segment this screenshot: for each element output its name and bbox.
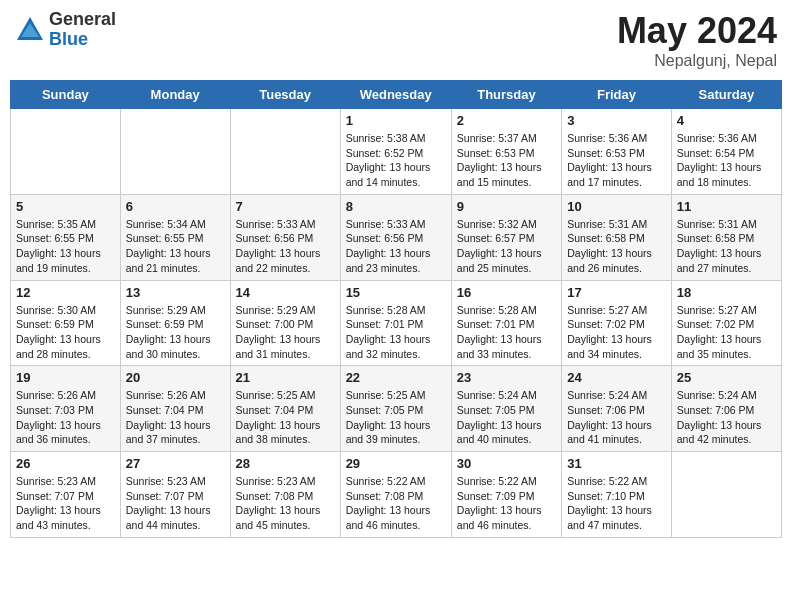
calendar-cell-day-29: 29Sunrise: 5:22 AMSunset: 7:08 PMDayligh… (340, 452, 451, 538)
cell-line: Sunrise: 5:35 AM (16, 217, 115, 232)
cell-content: Sunrise: 5:32 AMSunset: 6:57 PMDaylight:… (457, 217, 556, 276)
day-number: 19 (16, 370, 115, 385)
cell-line: Daylight: 13 hours and 35 minutes. (677, 332, 776, 361)
calendar-week-2: 5Sunrise: 5:35 AMSunset: 6:55 PMDaylight… (11, 194, 782, 280)
cell-line: Daylight: 13 hours and 30 minutes. (126, 332, 225, 361)
day-header-wednesday: Wednesday (340, 81, 451, 109)
day-number: 4 (677, 113, 776, 128)
cell-line: Sunset: 6:58 PM (567, 231, 666, 246)
day-header-sunday: Sunday (11, 81, 121, 109)
cell-content: Sunrise: 5:29 AMSunset: 7:00 PMDaylight:… (236, 303, 335, 362)
cell-line: Sunset: 7:04 PM (236, 403, 335, 418)
cell-line: Sunrise: 5:23 AM (16, 474, 115, 489)
cell-line: Daylight: 13 hours and 14 minutes. (346, 160, 446, 189)
cell-line: Sunset: 6:54 PM (677, 146, 776, 161)
day-number: 20 (126, 370, 225, 385)
cell-content: Sunrise: 5:37 AMSunset: 6:53 PMDaylight:… (457, 131, 556, 190)
logo-general: General (49, 10, 116, 30)
calendar-cell-day-19: 19Sunrise: 5:26 AMSunset: 7:03 PMDayligh… (11, 366, 121, 452)
page-header: General Blue May 2024 Nepalgunj, Nepal (10, 10, 782, 70)
cell-line: Sunrise: 5:33 AM (346, 217, 446, 232)
cell-line: Sunrise: 5:28 AM (346, 303, 446, 318)
day-number: 25 (677, 370, 776, 385)
day-number: 28 (236, 456, 335, 471)
cell-line: Daylight: 13 hours and 28 minutes. (16, 332, 115, 361)
day-number: 9 (457, 199, 556, 214)
cell-content: Sunrise: 5:26 AMSunset: 7:03 PMDaylight:… (16, 388, 115, 447)
cell-content: Sunrise: 5:29 AMSunset: 6:59 PMDaylight:… (126, 303, 225, 362)
calendar-cell-day-5: 5Sunrise: 5:35 AMSunset: 6:55 PMDaylight… (11, 194, 121, 280)
cell-line: Sunset: 7:07 PM (126, 489, 225, 504)
cell-line: Sunrise: 5:24 AM (567, 388, 666, 403)
calendar-cell-empty (11, 109, 121, 195)
cell-content: Sunrise: 5:28 AMSunset: 7:01 PMDaylight:… (346, 303, 446, 362)
cell-line: Sunrise: 5:36 AM (567, 131, 666, 146)
cell-line: Daylight: 13 hours and 37 minutes. (126, 418, 225, 447)
day-number: 1 (346, 113, 446, 128)
cell-line: Daylight: 13 hours and 19 minutes. (16, 246, 115, 275)
day-number: 15 (346, 285, 446, 300)
cell-content: Sunrise: 5:38 AMSunset: 6:52 PMDaylight:… (346, 131, 446, 190)
day-number: 27 (126, 456, 225, 471)
cell-line: Sunset: 7:08 PM (346, 489, 446, 504)
cell-line: Daylight: 13 hours and 31 minutes. (236, 332, 335, 361)
cell-line: Sunset: 6:58 PM (677, 231, 776, 246)
calendar-cell-day-21: 21Sunrise: 5:25 AMSunset: 7:04 PMDayligh… (230, 366, 340, 452)
cell-line: Sunrise: 5:31 AM (567, 217, 666, 232)
cell-content: Sunrise: 5:27 AMSunset: 7:02 PMDaylight:… (677, 303, 776, 362)
cell-line: Sunrise: 5:22 AM (567, 474, 666, 489)
day-number: 21 (236, 370, 335, 385)
cell-line: Sunrise: 5:22 AM (346, 474, 446, 489)
cell-content: Sunrise: 5:24 AMSunset: 7:06 PMDaylight:… (567, 388, 666, 447)
cell-line: Daylight: 13 hours and 42 minutes. (677, 418, 776, 447)
day-number: 11 (677, 199, 776, 214)
cell-content: Sunrise: 5:36 AMSunset: 6:53 PMDaylight:… (567, 131, 666, 190)
day-number: 13 (126, 285, 225, 300)
day-number: 26 (16, 456, 115, 471)
cell-line: Daylight: 13 hours and 47 minutes. (567, 503, 666, 532)
location-subtitle: Nepalgunj, Nepal (617, 52, 777, 70)
logo-text: General Blue (49, 10, 116, 50)
cell-line: Daylight: 13 hours and 33 minutes. (457, 332, 556, 361)
cell-line: Sunrise: 5:23 AM (126, 474, 225, 489)
title-block: May 2024 Nepalgunj, Nepal (617, 10, 777, 70)
cell-line: Sunset: 7:09 PM (457, 489, 556, 504)
day-number: 3 (567, 113, 666, 128)
calendar-cell-day-18: 18Sunrise: 5:27 AMSunset: 7:02 PMDayligh… (671, 280, 781, 366)
cell-line: Daylight: 13 hours and 41 minutes. (567, 418, 666, 447)
day-number: 29 (346, 456, 446, 471)
cell-content: Sunrise: 5:35 AMSunset: 6:55 PMDaylight:… (16, 217, 115, 276)
calendar-cell-day-10: 10Sunrise: 5:31 AMSunset: 6:58 PMDayligh… (562, 194, 672, 280)
day-number: 18 (677, 285, 776, 300)
calendar-cell-day-23: 23Sunrise: 5:24 AMSunset: 7:05 PMDayligh… (451, 366, 561, 452)
cell-line: Daylight: 13 hours and 44 minutes. (126, 503, 225, 532)
calendar-week-1: 1Sunrise: 5:38 AMSunset: 6:52 PMDaylight… (11, 109, 782, 195)
cell-line: Daylight: 13 hours and 45 minutes. (236, 503, 335, 532)
day-number: 31 (567, 456, 666, 471)
cell-content: Sunrise: 5:24 AMSunset: 7:05 PMDaylight:… (457, 388, 556, 447)
calendar-week-4: 19Sunrise: 5:26 AMSunset: 7:03 PMDayligh… (11, 366, 782, 452)
cell-content: Sunrise: 5:36 AMSunset: 6:54 PMDaylight:… (677, 131, 776, 190)
cell-line: Sunrise: 5:25 AM (346, 388, 446, 403)
calendar-cell-empty (671, 452, 781, 538)
cell-content: Sunrise: 5:33 AMSunset: 6:56 PMDaylight:… (346, 217, 446, 276)
day-header-monday: Monday (120, 81, 230, 109)
cell-line: Daylight: 13 hours and 17 minutes. (567, 160, 666, 189)
cell-line: Sunrise: 5:32 AM (457, 217, 556, 232)
calendar-cell-empty (230, 109, 340, 195)
cell-line: Sunset: 7:02 PM (677, 317, 776, 332)
cell-line: Daylight: 13 hours and 18 minutes. (677, 160, 776, 189)
logo-icon (15, 15, 45, 45)
day-number: 2 (457, 113, 556, 128)
cell-line: Sunset: 6:55 PM (16, 231, 115, 246)
cell-line: Daylight: 13 hours and 25 minutes. (457, 246, 556, 275)
cell-line: Sunset: 7:01 PM (346, 317, 446, 332)
day-number: 12 (16, 285, 115, 300)
cell-line: Sunrise: 5:37 AM (457, 131, 556, 146)
cell-line: Sunrise: 5:23 AM (236, 474, 335, 489)
cell-line: Sunset: 7:05 PM (346, 403, 446, 418)
cell-line: Daylight: 13 hours and 46 minutes. (346, 503, 446, 532)
cell-line: Sunrise: 5:38 AM (346, 131, 446, 146)
cell-line: Sunset: 6:57 PM (457, 231, 556, 246)
cell-line: Daylight: 13 hours and 36 minutes. (16, 418, 115, 447)
